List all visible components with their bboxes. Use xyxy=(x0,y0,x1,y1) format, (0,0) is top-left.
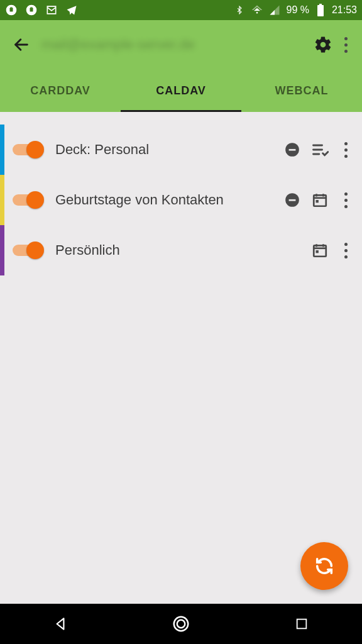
svg-rect-6 xyxy=(319,4,322,5)
row-menu-button[interactable] xyxy=(337,137,354,162)
calendar-list: Deck: Personal Geburtstage von Kontakten xyxy=(0,112,362,275)
svg-rect-12 xyxy=(316,200,319,203)
tab-caldav[interactable]: CALDAV xyxy=(121,69,241,112)
color-indicator xyxy=(0,125,4,175)
calendar-icon[interactable] xyxy=(309,189,331,211)
status-bar: 99 % 21:53 xyxy=(0,0,362,20)
notification-app1-icon xyxy=(5,4,18,16)
clock: 21:53 xyxy=(332,4,357,16)
tab-label: WEBCAL xyxy=(275,84,329,97)
notification-app2-icon xyxy=(25,4,38,16)
sync-toggle[interactable] xyxy=(13,138,45,161)
status-right: 99 % 21:53 xyxy=(233,4,357,16)
calendar-name: Deck: Personal xyxy=(55,142,282,158)
tab-label: CALDAV xyxy=(156,84,206,97)
bluetooth-icon xyxy=(233,4,246,16)
tab-carddav[interactable]: CARDDAV xyxy=(0,69,121,112)
cellular-icon xyxy=(268,4,281,16)
row-actions xyxy=(309,238,354,263)
overflow-menu-button[interactable] xyxy=(337,32,354,57)
svg-rect-14 xyxy=(316,250,319,253)
settings-button[interactable] xyxy=(309,31,337,58)
tab-bar: CARDDAV CALDAV WEBCAL xyxy=(0,69,362,112)
system-nav-bar xyxy=(0,604,362,644)
nav-recent-button[interactable] xyxy=(283,611,321,636)
row-menu-button[interactable] xyxy=(337,187,354,213)
calendar-name: Persönlich xyxy=(55,242,309,258)
calendar-row: Geburtstage von Kontakten xyxy=(0,175,362,225)
row-actions xyxy=(282,187,354,213)
color-indicator xyxy=(0,225,4,275)
svg-rect-17 xyxy=(297,619,307,629)
color-indicator xyxy=(0,175,4,225)
battery-icon xyxy=(314,4,327,16)
telegram-icon xyxy=(65,4,78,16)
sync-now-fab[interactable] xyxy=(300,542,348,590)
svg-rect-13 xyxy=(314,245,326,256)
readonly-icon[interactable] xyxy=(282,189,303,211)
app-bar: mail@example-server.de xyxy=(0,20,362,69)
nav-back-button[interactable] xyxy=(41,611,79,636)
svg-point-16 xyxy=(177,620,185,628)
calendar-name: Geburtstage von Kontakten xyxy=(55,192,282,208)
readonly-icon[interactable] xyxy=(282,139,303,160)
row-menu-button[interactable] xyxy=(337,238,354,263)
svg-rect-5 xyxy=(317,5,324,16)
calendar-row: Persönlich xyxy=(0,225,362,275)
svg-rect-10 xyxy=(289,199,296,201)
svg-point-4 xyxy=(256,12,258,14)
svg-point-15 xyxy=(174,617,189,631)
sync-toggle[interactable] xyxy=(13,239,45,262)
svg-rect-11 xyxy=(314,195,326,206)
email-icon xyxy=(45,4,58,16)
tab-label: CARDDAV xyxy=(30,84,90,97)
account-title: mail@example-server.de xyxy=(41,36,303,53)
back-button[interactable] xyxy=(8,31,35,58)
calendar-icon[interactable] xyxy=(309,240,331,261)
task-list-icon[interactable] xyxy=(309,139,331,160)
svg-rect-8 xyxy=(289,149,296,151)
row-actions xyxy=(282,137,354,162)
nav-home-button[interactable] xyxy=(162,611,200,636)
tab-webcal[interactable]: WEBCAL xyxy=(241,69,362,112)
wifi-icon xyxy=(251,4,263,16)
sync-toggle[interactable] xyxy=(13,189,45,211)
battery-percent: 99 % xyxy=(286,4,309,16)
status-left xyxy=(5,4,78,16)
content: Deck: Personal Geburtstage von Kontakten xyxy=(0,112,362,604)
calendar-row: Deck: Personal xyxy=(0,125,362,175)
